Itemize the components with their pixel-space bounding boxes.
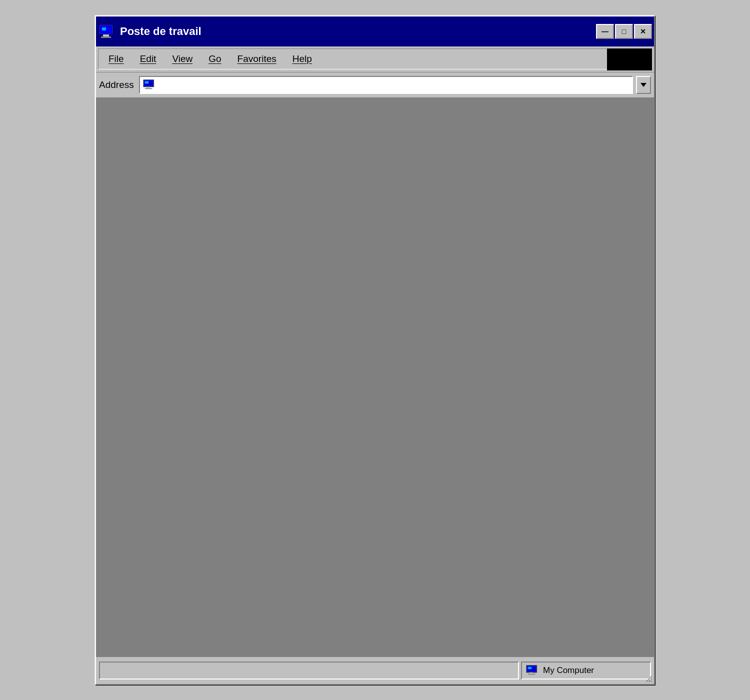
- minimize-button[interactable]: —: [596, 24, 614, 39]
- menu-go[interactable]: Go: [200, 51, 229, 66]
- svg-rect-13: [528, 667, 532, 669]
- status-bar: My Computer: [96, 656, 654, 684]
- svg-rect-4: [103, 34, 109, 36]
- svg-rect-15: [528, 674, 536, 675]
- address-computer-icon: [143, 79, 156, 90]
- address-input[interactable]: [139, 76, 633, 94]
- main-window: Poste de travail — □ ✕ File Edit View Go…: [95, 15, 655, 685]
- svg-rect-3: [102, 27, 106, 30]
- svg-rect-9: [146, 86, 150, 88]
- title-bar-left: Poste de travail: [98, 23, 202, 39]
- svg-rect-10: [145, 88, 152, 89]
- menu-bar: File Edit View Go Favorites Help: [96, 46, 654, 72]
- address-dropdown-button[interactable]: [636, 76, 651, 94]
- address-bar: Address: [96, 72, 654, 98]
- my-computer-label: My Computer: [543, 666, 594, 676]
- logo-box: [607, 48, 652, 70]
- content-area: [96, 98, 654, 656]
- window-title: Poste de travail: [120, 25, 202, 38]
- svg-rect-8: [145, 81, 148, 83]
- status-computer-icon: [526, 665, 539, 676]
- svg-line-18: [651, 681, 652, 682]
- close-button[interactable]: ✕: [634, 24, 652, 39]
- status-bar-left: [99, 662, 519, 680]
- dropdown-arrow-icon: [640, 83, 646, 87]
- svg-rect-5: [101, 36, 111, 38]
- resize-handle-icon[interactable]: [645, 675, 653, 683]
- status-bar-right: My Computer: [521, 662, 651, 680]
- menu-bar-inner: File Edit View Go Favorites Help: [98, 48, 652, 69]
- maximize-button[interactable]: □: [615, 24, 633, 39]
- title-bar-buttons: — □ ✕: [596, 24, 652, 39]
- address-label: Address: [99, 79, 134, 90]
- menu-edit[interactable]: Edit: [132, 51, 164, 66]
- menu-favorites[interactable]: Favorites: [230, 51, 284, 66]
- menu-file[interactable]: File: [100, 51, 132, 66]
- title-bar: Poste de travail — □ ✕: [96, 16, 654, 46]
- menu-help[interactable]: Help: [284, 51, 320, 66]
- title-computer-icon: [98, 23, 116, 39]
- menu-view[interactable]: View: [164, 51, 200, 66]
- svg-rect-14: [530, 672, 533, 674]
